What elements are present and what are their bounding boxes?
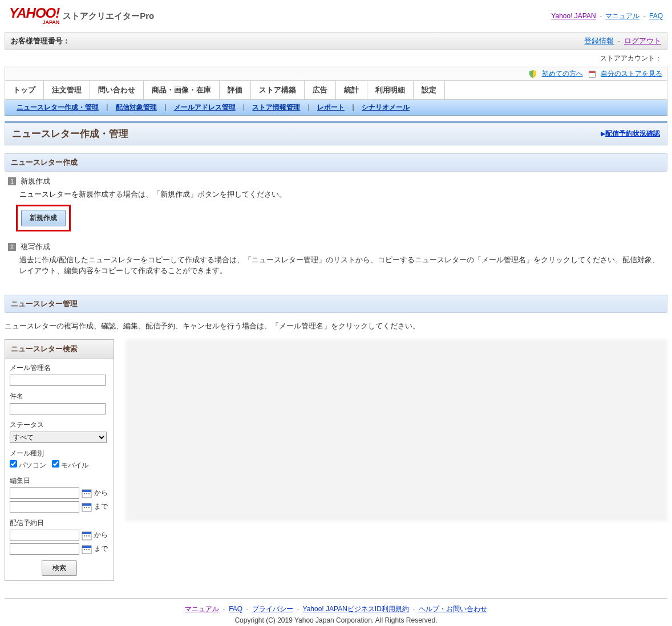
footer-manual[interactable]: マニュアル — [185, 605, 219, 613]
subnav-target[interactable]: 配信対象管理 — [116, 103, 157, 111]
calendar-icon[interactable] — [82, 488, 92, 498]
svg-rect-17 — [84, 549, 85, 550]
link-view-store[interactable]: 自分のストアを見る — [601, 70, 662, 78]
link-logout[interactable]: ログアウト — [624, 36, 661, 45]
svg-rect-11 — [82, 532, 91, 534]
shield-icon — [529, 70, 536, 78]
customer-number-label: お客様管理番号： — [11, 36, 70, 46]
logo-main: YAHOO! — [9, 5, 59, 21]
newsletter-list-blurred — [126, 339, 667, 522]
main-nav: トップ 注文管理 問い合わせ 商品・画像・在庫 評価 ストア構築 広告 統計 利… — [5, 81, 667, 100]
svg-rect-12 — [84, 535, 85, 536]
subnav-newsletter[interactable]: ニュースレター作成・管理 — [17, 103, 99, 111]
link-manual[interactable]: マニュアル — [605, 12, 639, 20]
nav-billing[interactable]: 利用明細 — [367, 81, 414, 99]
arrow-right-icon: ▶ — [601, 130, 605, 137]
svg-rect-8 — [86, 507, 87, 508]
input-subject[interactable] — [10, 403, 106, 414]
svg-rect-2 — [84, 493, 85, 494]
manage-desc: ニュースレターの複写作成、確認、編集、配信予約、キャンセルを行う場合は、「メール… — [5, 321, 667, 331]
svg-rect-19 — [88, 549, 90, 550]
nav-rating[interactable]: 評価 — [220, 81, 251, 99]
input-reserve-to[interactable] — [10, 543, 79, 555]
svg-rect-4 — [88, 493, 90, 494]
store-account-row: ストアアカウント： — [5, 52, 667, 67]
nav-store-build[interactable]: ストア構築 — [251, 81, 305, 99]
input-edit-to[interactable] — [10, 501, 79, 513]
link-beginner[interactable]: 初めての方へ — [542, 70, 583, 78]
calendar-icon[interactable] — [82, 530, 92, 540]
new-button-highlight: 新規作成 — [16, 205, 71, 231]
link-yahoo-japan[interactable]: Yahoo! JAPAN — [551, 12, 596, 20]
new-button[interactable]: 新規作成 — [21, 210, 66, 226]
input-edit-from[interactable] — [10, 487, 79, 499]
search-panel: ニュースレター検索 メール管理名 件名 ステータス すべて メール種 — [5, 339, 114, 581]
label-to: まで — [94, 502, 108, 511]
input-mail-name[interactable] — [10, 375, 106, 386]
page-title-bar: ニュースレター作成・管理 ▶配信予約状況確認 — [5, 121, 667, 145]
svg-rect-16 — [82, 546, 91, 548]
label-mail-name: メール管理名 — [10, 363, 109, 373]
label-edit-date: 編集日 — [10, 476, 109, 486]
sub-nav: ニュースレター作成・管理 | 配信対象管理 | メールアドレス管理 | ストア情… — [5, 100, 667, 116]
step-2-desc: 過去に作成/配信したニュースレターをコピーして作成する場合は、「ニュースレター管… — [8, 254, 664, 277]
calendar-icon — [589, 71, 596, 78]
account-bar: お客様管理番号： 登録情報 - ログアウト — [5, 32, 667, 50]
step-1-desc: ニュースレターを新規作成する場合は、「新規作成」ボタンを押してください。 — [8, 189, 664, 200]
nav-ads[interactable]: 広告 — [305, 81, 336, 99]
subnav-report[interactable]: レポート — [317, 103, 345, 111]
logo-area: YAHOO! JAPAN ストアクリエイターPro — [9, 7, 154, 25]
select-status[interactable]: すべて — [10, 432, 107, 443]
page-title: ニュースレター作成・管理 — [12, 127, 128, 140]
nav-inquiry[interactable]: 問い合わせ — [90, 81, 144, 99]
check-pc[interactable] — [10, 460, 17, 468]
nav-stats[interactable]: 統計 — [336, 81, 367, 99]
step-1: 1 新規作成 ニュースレターを新規作成する場合は、「新規作成」ボタンを押してくだ… — [8, 176, 664, 236]
check-mobile[interactable] — [52, 460, 59, 468]
svg-rect-9 — [88, 507, 90, 508]
step-2-num: 2 — [8, 243, 16, 251]
link-reserve-status[interactable]: 配信予約状況確認 — [605, 129, 660, 137]
nav-products[interactable]: 商品・画像・在庫 — [144, 81, 220, 99]
search-button[interactable]: 検索 — [42, 560, 77, 576]
footer-terms[interactable]: Yahoo! JAPANビジネスID利用規約 — [303, 605, 409, 613]
store-account-label: ストアアカウント： — [600, 54, 662, 62]
app-title: ストアクリエイターPro — [63, 11, 154, 22]
calendar-icon[interactable] — [82, 502, 92, 512]
copyright: Copyright (C) 2019 Yahoo Japan Corporati… — [5, 616, 667, 624]
lower-area: ニュースレター検索 メール管理名 件名 ステータス すべて メール種 — [5, 339, 667, 581]
step-2: 2 複写作成 過去に作成/配信したニュースレターをコピーして作成する場合は、「ニ… — [8, 242, 664, 277]
nav-top[interactable]: トップ — [5, 81, 44, 99]
label-mail-type: メール種別 — [10, 449, 109, 458]
link-faq[interactable]: FAQ — [649, 12, 663, 20]
step-1-title: 新規作成 — [21, 177, 50, 185]
footer-faq[interactable]: FAQ — [229, 605, 242, 613]
nav-orders[interactable]: 注文管理 — [44, 81, 90, 99]
label-from: から — [94, 530, 108, 540]
svg-rect-3 — [86, 493, 87, 494]
header-links: Yahoo! JAPAN - マニュアル - FAQ — [551, 11, 663, 21]
calendar-icon[interactable] — [82, 544, 92, 554]
label-to: まで — [94, 544, 108, 554]
util-bar: 初めての方へ 自分のストアを見る — [5, 67, 667, 81]
yahoo-logo: YAHOO! JAPAN — [9, 7, 59, 25]
step-2-title: 複写作成 — [21, 242, 50, 251]
footer-privacy[interactable]: プライバシー — [252, 605, 293, 613]
footer-help[interactable]: ヘルプ・お問い合わせ — [419, 605, 487, 613]
nav-settings[interactable]: 設定 — [414, 81, 445, 99]
subnav-storeinfo[interactable]: ストア情報管理 — [252, 103, 300, 111]
footer: マニュアル - FAQ - プライバシー - Yahoo! JAPANビジネスI… — [5, 598, 667, 624]
search-panel-title: ニュースレター検索 — [5, 340, 114, 359]
subnav-mailaddr[interactable]: メールアドレス管理 — [174, 103, 236, 111]
section-manage-header: ニュースレター管理 — [5, 295, 667, 313]
svg-rect-6 — [82, 503, 91, 506]
subnav-scenario[interactable]: シナリオメール — [362, 103, 410, 111]
input-reserve-from[interactable] — [10, 530, 79, 541]
label-from: から — [94, 488, 108, 498]
svg-rect-14 — [88, 535, 90, 536]
header: YAHOO! JAPAN ストアクリエイターPro Yahoo! JAPAN -… — [5, 5, 667, 27]
section-create-header: ニュースレター作成 — [5, 153, 667, 172]
label-pc: パソコン — [19, 461, 46, 469]
label-subject: 件名 — [10, 392, 109, 401]
link-reg-info[interactable]: 登録情報 — [584, 36, 614, 45]
